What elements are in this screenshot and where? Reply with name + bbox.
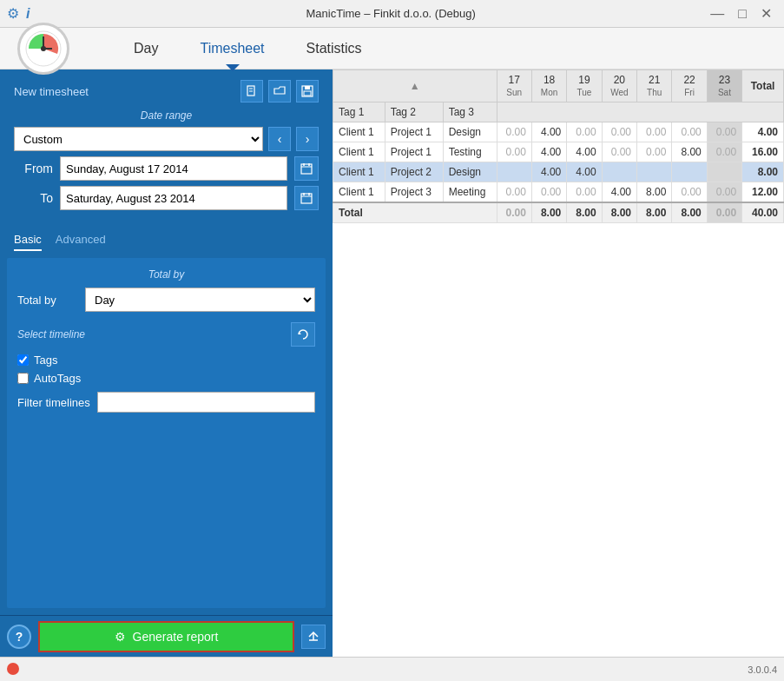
col-header-22: 22Fri [672,70,707,102]
cell-d22: 0.00 [672,182,707,203]
total-cell-d19: 8.00 [567,202,602,223]
date-range-label: Date range [14,109,319,122]
cell-total: 4.00 [742,122,784,142]
tab-advanced[interactable]: Advanced [56,233,106,251]
tags-checkbox-row: Tags [17,354,315,367]
tags-checkbox[interactable] [17,354,29,366]
cell-d19: 0.00 [567,122,602,142]
new-timesheet-icons [240,80,319,102]
total-by-select[interactable]: Day Week Month [85,288,315,312]
tab-basic[interactable]: Basic [14,233,42,251]
total-label: Total [333,202,497,223]
sort-arrow-icon[interactable]: ▲ [339,78,491,94]
autotags-checkbox[interactable] [17,373,29,384]
to-calendar-button[interactable] [294,186,319,210]
col-tag3[interactable]: Tag 3 [443,102,497,122]
table-row[interactable]: Client 1Project 1Design0.004.000.000.000… [333,122,784,142]
new-document-button[interactable] [240,80,263,102]
settings-icon[interactable]: ⚙ [7,5,19,22]
col-header-21: 21Thu [637,70,672,102]
from-calendar-button[interactable] [294,156,319,181]
generate-report-button[interactable]: ⚙ Generate report [38,621,294,652]
generate-report-label: Generate report [133,630,219,644]
cell-tag1: Client 1 [333,142,385,162]
cell-tag1: Client 1 [333,182,385,203]
cell-d20: 0.00 [602,142,636,162]
cell-d20: 0.00 [602,122,636,142]
cell-d23: 0.00 [707,142,741,162]
open-folder-button[interactable] [268,80,291,102]
cell-d17 [497,162,531,182]
refresh-timeline-button[interactable] [291,322,315,347]
total-by-row: Total by Day Week Month [17,288,315,312]
total-cell-d20: 8.00 [602,202,636,223]
next-range-button[interactable]: › [296,127,319,151]
cell-d18: 4.00 [531,162,566,182]
cell-tag2: Project 2 [385,162,443,182]
cell-d18: 4.00 [531,122,566,142]
cell-d17: 0.00 [497,142,531,162]
record-indicator [7,663,19,677]
to-label: To [14,191,53,205]
to-date-input[interactable] [60,186,287,210]
filter-timelines-input[interactable] [97,392,315,413]
cell-d18: 0.00 [531,182,566,203]
svg-rect-10 [304,91,311,96]
from-label: From [14,162,53,175]
timesheet-table: ▲ 17Sun 18Mon 19Tue 20Wed 21Thu 22Fri 23… [333,69,784,223]
col-header-17: 17Sun [497,70,531,102]
timesheet-section: New timesheet Date range [0,69,333,226]
total-row: Total0.008.008.008.008.008.000.0040.00 [333,202,784,223]
col-header-20: 20Wed [602,70,636,102]
export-button[interactable] [301,625,326,649]
cell-d23: 0.00 [707,182,741,203]
svg-rect-9 [305,86,310,89]
new-timesheet-label: New timesheet [14,85,89,98]
main-nav: Day Timesheet Statistics [0,28,784,69]
cell-tag3: Meeting [443,182,497,203]
from-date-input[interactable] [60,156,287,181]
cell-tag1: Client 1 [333,122,385,142]
bottom-bar: ? ⚙ Generate report [0,615,333,657]
filter-section: Total by Total by Day Week Month Select … [7,258,326,608]
svg-rect-11 [301,164,312,174]
cell-d22: 0.00 [672,122,707,142]
help-button[interactable]: ? [7,625,31,649]
prev-range-button[interactable]: ‹ [268,127,291,151]
col-header-18: 18Mon [531,70,566,102]
col-tag2[interactable]: Tag 2 [385,102,443,122]
close-button[interactable]: ✕ [755,5,777,22]
info-icon[interactable]: i [26,6,30,22]
col-tag1[interactable]: Tag 1 [333,102,385,122]
total-cell-d18: 8.00 [531,202,566,223]
nav-timesheet[interactable]: Timesheet [179,28,285,69]
cell-d21: 0.00 [637,142,672,162]
cell-d23: 0.00 [707,122,741,142]
app-logo [17,23,69,75]
minimize-button[interactable]: — [705,6,729,22]
nav-day[interactable]: Day [113,28,179,69]
from-row: From [14,156,319,181]
title-bar: ⚙ i ManicTime – Finkit d.o.o. (Debug) — … [0,0,784,28]
right-panel: ▲ 17Sun 18Mon 19Tue 20Wed 21Thu 22Fri 23… [333,69,784,657]
total-cell-d23: 0.00 [707,202,741,223]
cell-d22: 8.00 [672,142,707,162]
save-button[interactable] [296,80,319,102]
date-range-row: Custom Today Yesterday This week Last we… [14,127,319,151]
table-row[interactable]: Client 1Project 2Design4.004.008.00 [333,162,784,182]
table-row[interactable]: Client 1Project 1Testing0.004.004.000.00… [333,142,784,162]
select-timeline-row: Select timeline [17,322,315,347]
cell-d19: 4.00 [567,162,602,182]
maximize-button[interactable]: □ [733,6,752,22]
from-to-section: From To [14,156,319,210]
nav-statistics[interactable]: Statistics [286,28,383,69]
cell-total: 16.00 [742,142,784,162]
date-range-select[interactable]: Custom Today Yesterday This week Last we… [14,127,263,151]
cell-d17: 0.00 [497,122,531,142]
app-version: 3.0.0.4 [748,664,777,675]
generate-gear-icon: ⚙ [115,630,126,644]
table-row[interactable]: Client 1Project 3Meeting0.000.000.004.00… [333,182,784,203]
cell-tag2: Project 1 [385,122,443,142]
cell-total: 12.00 [742,182,784,203]
to-row: To [14,186,319,210]
